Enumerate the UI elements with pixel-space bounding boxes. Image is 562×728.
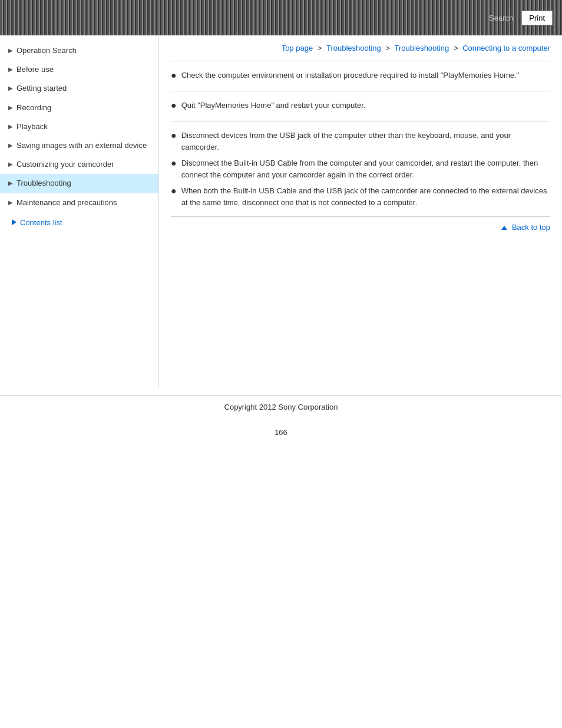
breadcrumb-item-3[interactable]: Connecting to a computer	[462, 44, 550, 52]
breadcrumb-separator: >	[315, 44, 324, 52]
section-section1: ●Check the computer environment or insta…	[171, 61, 550, 91]
page-number: 166	[0, 419, 562, 446]
search-button[interactable]: Search	[483, 11, 519, 25]
sidebar-item-label: Before use	[16, 64, 153, 75]
sidebar-item-saving-images[interactable]: ▶Saving images with an external device	[0, 136, 158, 155]
bullet-text: Disconnect the Built-in USB Cable from t…	[181, 157, 550, 180]
bullet-item: ●When both the Built-in USB Cable and th…	[171, 185, 550, 208]
bullet-text: When both the Built-in USB Cable and the…	[181, 185, 550, 208]
bullet-text: Disconnect devices from the USB jack of …	[181, 130, 550, 153]
breadcrumb: Top page > Troubleshooting > Troubleshoo…	[171, 41, 550, 52]
section-section2: ●Quit "PlayMemories Home" and restart yo…	[171, 91, 550, 121]
sidebar-item-label: Operation Search	[16, 45, 153, 56]
main-content: Top page > Troubleshooting > Troubleshoo…	[159, 35, 562, 389]
back-to-top-label: Back to top	[512, 223, 550, 232]
bullet-text: Quit "PlayMemories Home" and restart you…	[181, 100, 550, 111]
back-to-top-link[interactable]: Back to top	[171, 223, 550, 232]
sidebar-arrow-icon: ▶	[8, 47, 13, 55]
sidebar-item-customizing[interactable]: ▶Customizing your camcorder	[0, 155, 158, 174]
bullet-dot-icon: ●	[171, 129, 177, 143]
sidebar-arrow-icon: ▶	[8, 160, 13, 169]
bullet-item: ●Disconnect the Built-in USB Cable from …	[171, 157, 550, 180]
sidebar-arrow-icon: ▶	[8, 104, 13, 112]
sidebar-item-playback[interactable]: ▶Playback	[0, 117, 158, 136]
bullet-item: ●Check the computer environment or insta…	[171, 70, 550, 83]
back-to-top-icon	[501, 226, 507, 230]
breadcrumb-item-2[interactable]: Troubleshooting	[395, 44, 449, 52]
sidebar-item-label: Playback	[16, 121, 153, 132]
sidebar-item-maintenance[interactable]: ▶Maintenance and precautions	[0, 193, 158, 212]
breadcrumb-separator: >	[384, 44, 392, 52]
bullet-dot-icon: ●	[171, 98, 177, 113]
breadcrumb-item-1[interactable]: Troubleshooting	[326, 44, 381, 52]
print-button[interactable]: Print	[521, 11, 553, 25]
sidebar-item-troubleshooting[interactable]: ▶Troubleshooting	[0, 174, 158, 193]
breadcrumb-separator: >	[451, 44, 460, 52]
page-number-value: 166	[275, 428, 287, 437]
sidebar-item-label: Recording	[16, 103, 153, 113]
copyright-text: Copyright 2012 Sony Corporation	[224, 403, 338, 411]
sidebar-arrow-icon: ▶	[8, 65, 13, 74]
sidebar-item-label: Troubleshooting	[16, 178, 153, 189]
sidebar-item-operation-search[interactable]: ▶Operation Search	[0, 41, 158, 60]
bullet-dot-icon: ●	[171, 156, 177, 170]
contents-list-link[interactable]: Contents list	[0, 212, 158, 233]
bullet-dot-icon: ●	[171, 68, 177, 83]
sidebar: ▶Operation Search▶Before use▶Getting sta…	[0, 35, 159, 389]
bullet-text: Check the computer environment or instal…	[181, 70, 550, 81]
sidebar-arrow-icon: ▶	[8, 179, 13, 187]
sidebar-item-label: Saving images with an external device	[16, 140, 153, 151]
sidebar-item-getting-started[interactable]: ▶Getting started	[0, 79, 158, 98]
sidebar-arrow-icon: ▶	[8, 123, 13, 131]
contents-list-label: Contents list	[20, 218, 62, 227]
page-layout: ▶Operation Search▶Before use▶Getting sta…	[0, 35, 562, 389]
bullet-item: ●Disconnect devices from the USB jack of…	[171, 130, 550, 153]
breadcrumb-item-0[interactable]: Top page	[282, 44, 313, 52]
footer: Copyright 2012 Sony Corporation	[0, 395, 562, 419]
header-buttons: Search Print	[483, 11, 553, 25]
bullet-dot-icon: ●	[171, 184, 177, 198]
sidebar-item-recording[interactable]: ▶Recording	[0, 98, 158, 117]
contents-list-arrow-icon	[12, 219, 16, 225]
section-section3: ●Disconnect devices from the USB jack of…	[171, 121, 550, 217]
sidebar-item-label: Getting started	[16, 83, 153, 94]
sidebar-arrow-icon: ▶	[8, 199, 13, 207]
sidebar-item-label: Maintenance and precautions	[16, 197, 153, 208]
sidebar-arrow-icon: ▶	[8, 141, 13, 150]
sidebar-item-before-use[interactable]: ▶Before use	[0, 60, 158, 79]
header: Search Print	[0, 0, 562, 35]
sidebar-item-label: Customizing your camcorder	[16, 159, 153, 170]
sidebar-arrow-icon: ▶	[8, 84, 13, 93]
bullet-item: ●Quit "PlayMemories Home" and restart yo…	[171, 100, 550, 113]
